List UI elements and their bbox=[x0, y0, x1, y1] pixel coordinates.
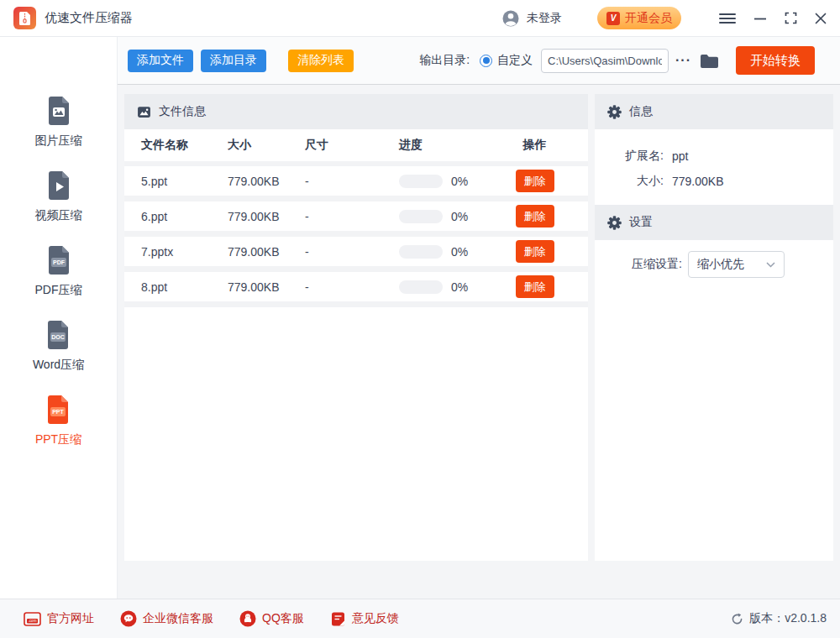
maximize-icon bbox=[785, 12, 797, 24]
table-row: 5.ppt 779.00KB - 0% 删除 bbox=[124, 166, 588, 201]
custom-radio[interactable] bbox=[480, 55, 492, 67]
official-website-link[interactable]: .com 官方网址 bbox=[24, 611, 94, 626]
footer-link-label: 官方网址 bbox=[47, 611, 94, 626]
file-dimensions: - bbox=[305, 175, 399, 188]
app-window: 优速文件压缩器 未登录 V 开通会员 bbox=[0, 0, 840, 638]
file-name: 8.ppt bbox=[141, 280, 228, 294]
sidebar-item-label: Word压缩 bbox=[33, 358, 84, 373]
clear-list-button[interactable]: 清除列表 bbox=[288, 50, 354, 72]
compression-setting-select[interactable]: 缩小优先 bbox=[688, 251, 785, 278]
sidebar-item-ppt-compress[interactable]: PPT PPT压缩 bbox=[35, 391, 81, 447]
progress-percent: 0% bbox=[451, 175, 468, 188]
progress-percent: 0% bbox=[451, 280, 468, 294]
gear-icon bbox=[607, 216, 622, 230]
file-size: 779.00KB bbox=[228, 175, 305, 188]
file-name: 6.ppt bbox=[141, 210, 228, 223]
qq-support-link[interactable]: QQ客服 bbox=[239, 610, 304, 627]
titlebar-left: 优速文件压缩器 bbox=[13, 7, 133, 29]
file-dimensions: - bbox=[305, 210, 399, 223]
info-panel-title: 信息 bbox=[629, 104, 653, 119]
sidebar-item-label: 图片压缩 bbox=[35, 133, 82, 149]
progress-bar bbox=[399, 210, 443, 223]
sidebar-item-word-compress[interactable]: DOC Word压缩 bbox=[33, 316, 84, 373]
custom-option-label: 自定义 bbox=[497, 53, 533, 68]
column-progress: 进度 bbox=[399, 138, 498, 153]
start-convert-button[interactable]: 开始转换 bbox=[736, 46, 815, 75]
footer-link-label: 意见反馈 bbox=[352, 611, 399, 626]
website-icon: .com bbox=[24, 612, 41, 626]
gear-icon bbox=[607, 105, 622, 119]
sidebar-item-label: PPT压缩 bbox=[35, 432, 81, 447]
file-size: 779.00KB bbox=[228, 245, 305, 259]
delete-button[interactable]: 删除 bbox=[516, 170, 554, 192]
table-row: 6.ppt 779.00KB - 0% 删除 bbox=[124, 201, 588, 237]
add-file-button[interactable]: 添加文件 bbox=[128, 50, 193, 72]
image-panel-icon bbox=[137, 105, 151, 119]
svg-text:PPT: PPT bbox=[53, 409, 65, 415]
output-dir-label: 输出目录: bbox=[419, 53, 470, 68]
delete-button[interactable]: 删除 bbox=[516, 240, 554, 263]
hamburger-icon bbox=[719, 13, 736, 24]
wechat-icon bbox=[120, 610, 137, 627]
add-directory-button[interactable]: 添加目录 bbox=[201, 50, 266, 72]
video-file-icon bbox=[40, 167, 77, 204]
sidebar-item-pdf-compress[interactable]: PDF PDF压缩 bbox=[35, 242, 82, 298]
footer-link-label: QQ客服 bbox=[262, 611, 304, 626]
qq-icon bbox=[239, 610, 256, 627]
vip-icon: V bbox=[606, 12, 620, 25]
wechat-support-link[interactable]: 企业微信客服 bbox=[120, 610, 213, 627]
browse-more-button[interactable]: ··· bbox=[675, 53, 691, 68]
info-field: 大小: 779.00KB bbox=[595, 169, 833, 194]
settings-panel-header: 设置 bbox=[595, 205, 833, 240]
sidebar-item-label: PDF压缩 bbox=[35, 283, 82, 298]
compression-setting-label: 压缩设置: bbox=[595, 257, 682, 272]
minimize-button[interactable] bbox=[753, 13, 767, 24]
file-name: 5.ppt bbox=[141, 175, 228, 188]
compression-setting-value: 缩小优先 bbox=[697, 257, 744, 272]
open-folder-button[interactable] bbox=[700, 53, 719, 69]
app-title: 优速文件压缩器 bbox=[45, 10, 133, 26]
user-avatar-icon[interactable] bbox=[501, 9, 520, 28]
close-icon bbox=[815, 13, 827, 24]
progress-bar bbox=[399, 280, 443, 294]
delete-button[interactable]: 删除 bbox=[516, 275, 554, 298]
svg-text:.com: .com bbox=[29, 619, 37, 623]
app-logo-icon bbox=[13, 7, 36, 29]
extension-label: 扩展名: bbox=[595, 149, 664, 164]
table-row: 8.ppt 779.00KB - 0% 删除 bbox=[124, 272, 588, 307]
info-panel-header: 信息 bbox=[595, 94, 833, 129]
info-body: 扩展名: ppt 大小: 779.00KB bbox=[595, 129, 833, 205]
file-size: 779.00KB bbox=[228, 280, 305, 294]
feedback-icon bbox=[330, 611, 346, 627]
progress-percent: 0% bbox=[451, 245, 468, 259]
close-button[interactable] bbox=[815, 13, 827, 24]
toolbar: 添加文件 添加目录 清除列表 输出目录: 自定义 ··· 开始转换 bbox=[118, 37, 840, 85]
app-body: 图片压缩 视频压缩 PDF PDF压缩 bbox=[0, 37, 840, 599]
table-row: 7.pptx 779.00KB - 0% 删除 bbox=[124, 237, 588, 272]
table-header: 文件名称 大小 尺寸 进度 操作 bbox=[124, 129, 588, 166]
svg-text:DOC: DOC bbox=[52, 334, 66, 340]
sidebar-item-image-compress[interactable]: 图片压缩 bbox=[35, 92, 82, 149]
sidebar-item-video-compress[interactable]: 视频压缩 bbox=[35, 167, 82, 223]
column-action: 操作 bbox=[498, 138, 571, 153]
chevron-down-icon bbox=[766, 262, 775, 268]
pdf-file-icon: PDF bbox=[40, 242, 77, 279]
file-panel-title: 文件信息 bbox=[159, 104, 206, 119]
folder-icon bbox=[700, 53, 719, 69]
progress-bar bbox=[399, 175, 443, 188]
maximize-button[interactable] bbox=[785, 12, 797, 24]
footer-bar: .com 官方网址 企业微信客服 QQ客服 bbox=[0, 599, 840, 638]
size-label: 大小: bbox=[595, 174, 664, 189]
extension-value: ppt bbox=[672, 149, 688, 163]
output-path-input[interactable] bbox=[541, 49, 669, 73]
feedback-link[interactable]: 意见反馈 bbox=[330, 611, 399, 627]
delete-button[interactable]: 删除 bbox=[516, 205, 554, 227]
progress-percent: 0% bbox=[451, 210, 468, 223]
size-value: 779.00KB bbox=[672, 175, 724, 188]
menu-button[interactable] bbox=[719, 13, 736, 24]
login-status[interactable]: 未登录 bbox=[527, 11, 562, 26]
version-info: 版本：v2.0.1.8 bbox=[731, 611, 827, 626]
open-vip-button[interactable]: V 开通会员 bbox=[597, 7, 681, 29]
file-info-panel: 文件信息 文件名称 大小 尺寸 进度 操作 5.ppt 779.00KB - 0… bbox=[124, 94, 588, 561]
file-dimensions: - bbox=[305, 245, 399, 259]
